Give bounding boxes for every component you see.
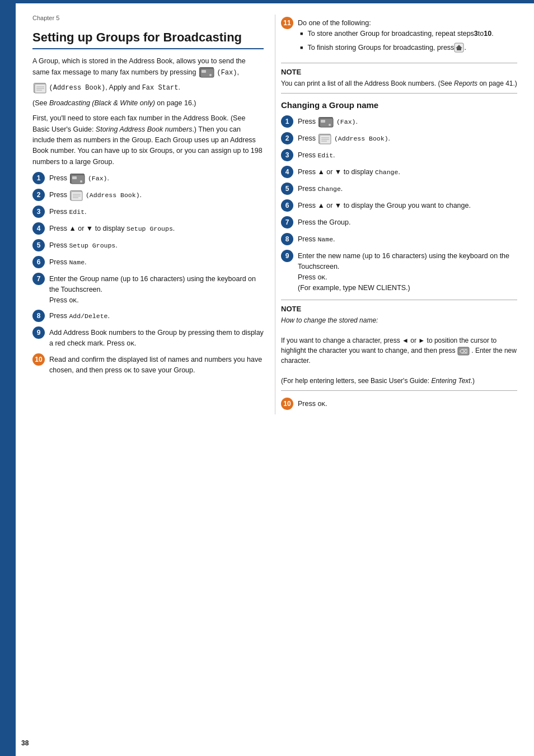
title-divider bbox=[32, 48, 264, 49]
cg-step-text-2: Press (Address Book). bbox=[298, 132, 390, 144]
cg-step-badge-10: 10 bbox=[281, 398, 293, 410]
addr-icon-s2 bbox=[70, 190, 82, 200]
fax-icon-s1 bbox=[70, 174, 85, 184]
cg-step-text-5: Press Change. bbox=[298, 183, 343, 194]
step-4: 4 Press ▲ or ▼ to display Setup Groups. bbox=[32, 222, 264, 235]
cg-step-badge-9: 9 bbox=[281, 250, 293, 262]
intro-para-1: A Group, which is stored in the Address … bbox=[32, 56, 264, 78]
svg-rect-1 bbox=[202, 70, 206, 73]
step-badge-8: 8 bbox=[32, 310, 45, 322]
step-text-2: Press (Address Book). bbox=[49, 189, 142, 200]
cg-step-text-7: Press the Group. bbox=[298, 216, 351, 228]
note-1-label: NOTE bbox=[281, 68, 517, 76]
step-text-10: Read and confirm the displayed list of n… bbox=[49, 353, 264, 376]
bullet-2: To finish storing Groups for broadcastin… bbox=[300, 43, 494, 53]
step-7: 7 Enter the Group name (up to 16 charact… bbox=[32, 273, 264, 305]
cg-step-text-8: Press Name. bbox=[298, 233, 335, 245]
cg-step-badge-4: 4 bbox=[281, 166, 293, 178]
cg-step-text-3: Press Edit. bbox=[298, 149, 335, 161]
note-1-text: You can print a list of all the Address … bbox=[281, 78, 517, 88]
step-badge-7: 7 bbox=[32, 273, 45, 285]
svg-point-18 bbox=[329, 124, 331, 126]
step-9: 9 Add Address Book numbers to the Group … bbox=[32, 326, 264, 349]
step-5: 5 Press Setup Groups. bbox=[32, 239, 264, 251]
step-text-6: Press Name. bbox=[49, 256, 87, 268]
step-badge-1: 1 bbox=[32, 172, 45, 184]
fax-icon-intro bbox=[199, 67, 214, 77]
step-badge-2: 2 bbox=[32, 189, 45, 201]
cg-step-2: 2 Press (Address Book). bbox=[281, 132, 517, 144]
cg-step-badge-3: 3 bbox=[281, 149, 293, 161]
cg-step-10: 10 Press OK. bbox=[281, 398, 517, 410]
backspace-icon: ⌫ bbox=[457, 347, 471, 354]
step-text-8: Press Add/Delete. bbox=[49, 310, 110, 321]
step-badge-4: 4 bbox=[32, 222, 45, 235]
left-sidebar bbox=[0, 0, 16, 756]
s2-code: (Address Book) bbox=[86, 192, 140, 199]
step-badge-5: 5 bbox=[32, 239, 45, 251]
addr-icon-cg2 bbox=[318, 134, 331, 144]
step-11-bullets: To store another Group for broadcasting,… bbox=[298, 29, 494, 53]
cg-s1-code: (Fax) bbox=[336, 118, 356, 125]
note-2: NOTE How to change the stored name: If y… bbox=[281, 300, 517, 391]
cg-step-badge-2: 2 bbox=[281, 132, 293, 144]
page-title: Setting up Groups for Broadcasting bbox=[32, 30, 264, 45]
page-number: 38 bbox=[21, 739, 29, 747]
cg-step-badge-5: 5 bbox=[281, 183, 293, 195]
svg-rect-17 bbox=[321, 120, 325, 123]
step-badge-10: 10 bbox=[32, 353, 45, 366]
cg-step-text-6: Press ▲ or ▼ to display the Group you wa… bbox=[298, 199, 471, 211]
home-icon bbox=[454, 43, 464, 53]
addr-code-inline: (Address Book) bbox=[49, 84, 105, 92]
svg-point-2 bbox=[209, 74, 212, 76]
cg-step-4: 4 Press ▲ or ▼ to display Change. bbox=[281, 166, 517, 178]
addr-icon-intro bbox=[34, 83, 46, 93]
cg-step-1: 1 Press (Fax). bbox=[281, 115, 517, 128]
cg-step-badge-8: 8 bbox=[281, 233, 293, 245]
subsection-title: Changing a Group name bbox=[281, 100, 517, 110]
cg-step-badge-7: 7 bbox=[281, 216, 293, 228]
step-badge-11: 11 bbox=[281, 17, 293, 29]
step-text-3: Press Edit. bbox=[49, 206, 87, 217]
svg-point-9 bbox=[80, 180, 82, 183]
s1-code: (Fax) bbox=[88, 175, 107, 182]
cg-step-badge-1: 1 bbox=[281, 115, 293, 128]
cg-step-8: 8 Press Name. bbox=[281, 233, 517, 245]
note-1: NOTE You can print a list of all the Add… bbox=[281, 63, 517, 94]
cg-step-text-10: Press OK. bbox=[298, 398, 327, 409]
chapter-label: Chapter 5 bbox=[32, 15, 264, 21]
cg-step-text-9: Enter the new name (up to 16 characters)… bbox=[298, 250, 517, 293]
step-badge-6: 6 bbox=[32, 256, 45, 268]
cg-step-text-4: Press ▲ or ▼ to display Change. bbox=[298, 166, 400, 178]
step-text-5: Press Setup Groups. bbox=[49, 239, 118, 251]
step-10: 10 Read and confirm the displayed list o… bbox=[32, 353, 264, 376]
note-2-label: NOTE bbox=[281, 305, 517, 313]
step-6: 6 Press Name. bbox=[32, 256, 264, 268]
fax-start-code: Fax Start bbox=[142, 84, 179, 92]
note-2-text: How to change the stored name: If you wa… bbox=[281, 315, 517, 386]
cg-step-9: 9 Enter the new name (up to 16 character… bbox=[281, 250, 517, 293]
intro-para-3: (See Broadcasting (Black & White only) o… bbox=[32, 98, 264, 109]
step-2: 2 Press (Address Book). bbox=[32, 189, 264, 201]
cg-step-5: 5 Press Change. bbox=[281, 183, 517, 195]
cg-step-7: 7 Press the Group. bbox=[281, 216, 517, 228]
svg-text:⌫: ⌫ bbox=[460, 348, 467, 354]
cg-step-badge-6: 6 bbox=[281, 199, 293, 212]
step-text-1: Press (Fax). bbox=[49, 172, 109, 184]
svg-rect-8 bbox=[72, 176, 77, 179]
step-8: 8 Press Add/Delete. bbox=[32, 310, 264, 322]
right-column: 11 Do one of the following: To store ano… bbox=[275, 15, 517, 414]
cg-s2-code: (Address Book) bbox=[334, 135, 388, 142]
step-1: 1 Press (Fax). bbox=[32, 172, 264, 184]
fax-code-inline: (Fax) bbox=[217, 69, 237, 77]
cg-step-6: 6 Press ▲ or ▼ to display the Group you … bbox=[281, 199, 517, 212]
intro-para-4: First, you'll need to store each fax num… bbox=[32, 113, 264, 167]
left-column: Chapter 5 Setting up Groups for Broadcas… bbox=[32, 15, 275, 414]
cg-step-text-1: Press (Fax). bbox=[298, 115, 358, 127]
step-text-7: Enter the Group name (up to 16 character… bbox=[49, 273, 264, 305]
step-3: 3 Press Edit. bbox=[32, 206, 264, 218]
step-badge-9: 9 bbox=[32, 326, 45, 339]
fax-icon-cg1 bbox=[318, 117, 333, 127]
step-badge-3: 3 bbox=[32, 206, 45, 218]
step-text-4: Press ▲ or ▼ to display Setup Groups. bbox=[49, 222, 175, 234]
